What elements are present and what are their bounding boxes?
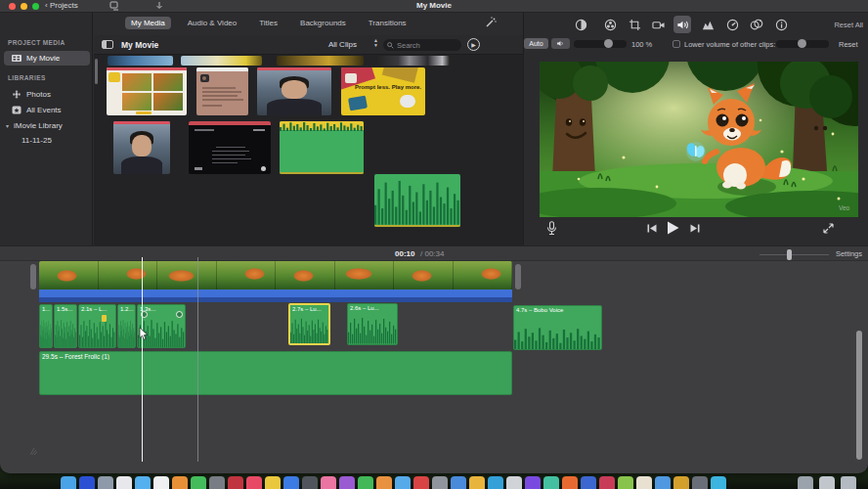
dock-app-icon[interactable] [711, 476, 726, 489]
dock-app-icon[interactable] [655, 476, 671, 489]
dock-app-icon[interactable] [265, 476, 281, 489]
audio-clip-3[interactable]: 2.1s – L... [78, 304, 116, 348]
fullscreen-icon[interactable] [823, 223, 834, 234]
dock-app-icon[interactable] [302, 476, 318, 489]
dock-app-icon[interactable] [209, 476, 225, 489]
thumbnail-presenter-2[interactable] [113, 121, 170, 174]
dock-folder-icon[interactable] [798, 476, 813, 489]
dock-app-icon[interactable] [321, 476, 336, 489]
volume-tool-icon[interactable] [673, 16, 691, 33]
sidebar-item-all-events[interactable]: All Events [4, 103, 90, 117]
dock-app-icon[interactable] [636, 476, 652, 489]
dock-app-icon[interactable] [172, 476, 188, 489]
dock-app-icon[interactable] [581, 476, 596, 489]
tab-backgrounds[interactable]: Backgrounds [294, 17, 352, 29]
speed-icon[interactable] [723, 16, 741, 33]
dock-app-icon[interactable] [432, 476, 448, 489]
lower-volume-knob[interactable] [798, 39, 806, 48]
sidebar-toggle-icon[interactable] [102, 40, 113, 49]
color-correction-icon[interactable] [601, 16, 619, 33]
thumbnail-strip-blue[interactable] [108, 56, 173, 66]
thumbnail-promo[interactable]: Prompt less. Play more. [341, 67, 425, 115]
noise-reduction-icon[interactable] [699, 16, 716, 33]
thumbnail-audio-2[interactable] [374, 174, 460, 227]
dock-app-icon[interactable] [599, 476, 615, 489]
auto-volume-button[interactable]: Auto [524, 38, 548, 49]
audio-clip-5[interactable]: 1.3s... [137, 304, 186, 348]
thumbnail-terminal[interactable] [189, 121, 271, 174]
dock-app-icon[interactable] [469, 476, 485, 489]
audio-clip-6-selected[interactable]: 2.7s – Lu... [288, 303, 330, 345]
reset-all-button[interactable]: Reset All [834, 21, 863, 29]
chevron-down-icon[interactable]: ▾ [6, 122, 9, 129]
dock-app-icon[interactable] [61, 476, 76, 489]
previous-frame-button[interactable] [647, 224, 657, 233]
audio-clip-bobo-voice[interactable]: 4.7s – Bobo Voice [513, 305, 602, 350]
audio-clip-4[interactable]: 1.2... [117, 304, 136, 348]
color-balance-icon[interactable] [572, 16, 589, 33]
browser-scrollbar[interactable] [95, 59, 98, 84]
crop-icon[interactable] [626, 16, 643, 33]
play-button[interactable] [667, 221, 679, 235]
dock-app-icon[interactable] [153, 476, 169, 489]
video-clip-filmstrip[interactable] [39, 261, 512, 289]
dock-app-icon[interactable] [413, 476, 429, 489]
lower-volume-slider[interactable] [776, 40, 829, 48]
clip-filter-dropdown[interactable]: All Clips [328, 40, 357, 49]
dock-app-icon[interactable] [79, 476, 95, 489]
dock-downloads-icon[interactable] [819, 476, 835, 489]
dock-app-icon[interactable] [451, 476, 466, 489]
dock-app-icon[interactable] [376, 476, 392, 489]
audio-clip-1[interactable]: 1... [39, 304, 53, 348]
tab-audio-video[interactable]: Audio & Video [182, 17, 243, 29]
dock-app-icon[interactable] [98, 476, 113, 489]
timeline-zoom-knob[interactable] [787, 249, 792, 260]
dock-app-icon[interactable] [543, 476, 559, 489]
lower-volume-checkbox[interactable] [673, 40, 680, 48]
dock-app-icon[interactable] [358, 476, 373, 489]
thumbnail-fox-collage[interactable] [107, 67, 187, 115]
clip-info-icon[interactable] [772, 16, 790, 33]
clip-left-handle[interactable] [30, 264, 36, 289]
reset-button[interactable]: Reset [839, 40, 858, 49]
dock-app-icon[interactable] [228, 476, 243, 489]
sidebar-item-library-date[interactable]: 11-11-25 [4, 133, 90, 148]
timeline-vertical-scrollbar[interactable] [856, 331, 862, 460]
dock-app-icon[interactable] [191, 476, 206, 489]
sidebar-item-imovie-library[interactable]: ▾ iMovie Library [4, 118, 90, 133]
tab-titles[interactable]: Titles [253, 17, 283, 29]
trash-icon[interactable] [841, 476, 856, 489]
dock-app-icon[interactable] [116, 476, 132, 489]
sidebar-item-my-movie[interactable]: My Movie [4, 51, 90, 66]
dock-app-icon[interactable] [673, 476, 689, 489]
stabilization-icon[interactable] [650, 16, 668, 33]
dock-app-icon[interactable] [246, 476, 262, 489]
thumbnail-strip-gold[interactable] [277, 56, 364, 66]
dock-app-icon[interactable] [525, 476, 541, 489]
thumbnail-audio-1[interactable] [280, 121, 364, 174]
dock-app-icon[interactable] [692, 476, 708, 489]
thumbnail-strip-yellow[interactable] [181, 56, 262, 66]
playhead[interactable] [142, 257, 143, 462]
music-clip-forest-frolic[interactable]: 29.5s – Forest Frolic (1) [39, 351, 512, 395]
autoplay-button[interactable]: ▶ [467, 38, 480, 51]
dock-app-icon[interactable] [618, 476, 633, 489]
thumbnail-presenter-1[interactable] [257, 67, 331, 115]
audio-clip-7[interactable]: 2.6s – Lu... [347, 303, 398, 345]
thumbnail-strip-dark[interactable] [376, 56, 450, 66]
clip-effects-icon[interactable] [748, 16, 765, 33]
thumbnail-document[interactable] [196, 67, 248, 115]
timeline-settings-button[interactable]: Settings [836, 249, 862, 258]
mute-button[interactable] [551, 38, 570, 49]
dock-app-icon[interactable] [562, 476, 578, 489]
search-field[interactable]: Search [383, 39, 461, 51]
voiceover-mic-icon[interactable] [546, 221, 557, 236]
clip-volume-knob[interactable] [604, 39, 613, 48]
video-clip-audio-track[interactable] [39, 289, 512, 302]
sidebar-item-photos[interactable]: Photos [4, 87, 90, 102]
next-frame-button[interactable] [690, 224, 700, 233]
tab-transitions[interactable]: Transitions [363, 17, 412, 29]
dock-app-icon[interactable] [135, 476, 151, 489]
timeline-zoom-slider[interactable] [760, 254, 829, 255]
dock-app-icon[interactable] [488, 476, 503, 489]
